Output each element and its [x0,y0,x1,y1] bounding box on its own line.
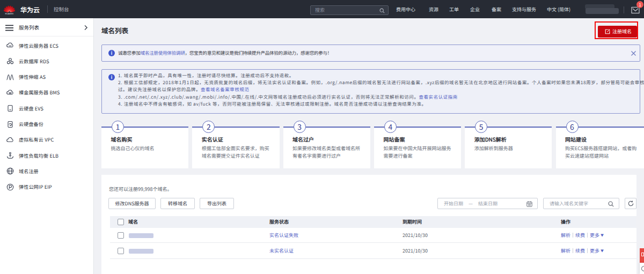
svg-text:HUAWEI: HUAWEI [5,13,14,15]
